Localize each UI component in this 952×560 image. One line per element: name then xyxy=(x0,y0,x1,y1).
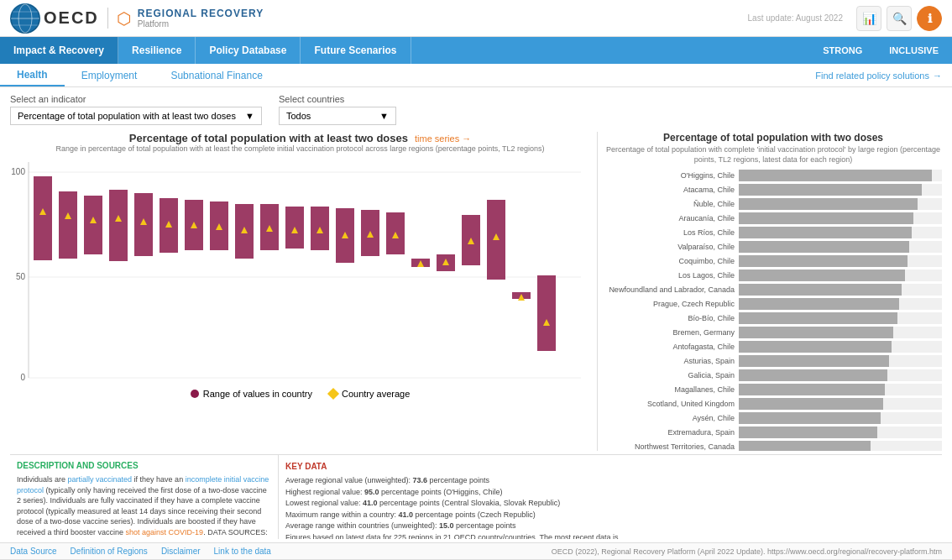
key-data-panel: KEY DATA Average regional value (unweigh… xyxy=(279,455,942,539)
description-panel: DESCRIPTION AND SOURCES Individuals are … xyxy=(10,455,279,539)
bar-label: Scotland, United Kingdom xyxy=(604,400,739,408)
countries-dropdown-arrow-icon: ▼ xyxy=(379,111,389,121)
bar-track xyxy=(739,298,942,310)
header: OECD ⬡ REGIONAL RECOVERY Platform Last u… xyxy=(0,0,952,37)
bar-label: O'Higgins, Chile xyxy=(604,171,739,180)
key-data-line-4: Average range within countries (unweight… xyxy=(285,521,935,532)
oecd-globe-icon xyxy=(10,3,40,34)
bar-row: Prague, Czech Republic xyxy=(604,298,942,310)
bar-track xyxy=(739,241,942,253)
bar-row: Ñuble, Chile xyxy=(604,198,942,210)
main-bar-chart: 100 50 0 Chile Spain D xyxy=(10,158,589,385)
oecd-text: OECD xyxy=(44,8,99,28)
bar-row: Scotland, United Kingdom xyxy=(604,398,942,410)
bar-row: Araucanía, Chile xyxy=(604,212,942,224)
svg-rect-12 xyxy=(34,176,52,260)
main-content: Select an indicator Percentage of total … xyxy=(0,87,952,542)
charts-row: Percentage of total population with at l… xyxy=(10,132,942,451)
description-title: DESCRIPTION AND SOURCES xyxy=(17,460,271,472)
footer-link-data[interactable]: Link to the data xyxy=(214,547,271,556)
bar-track xyxy=(739,398,942,410)
footer-data-source[interactable]: Data Source xyxy=(10,547,57,556)
legend-range: Range of values in country xyxy=(191,389,312,399)
chart-icon[interactable]: 📊 xyxy=(856,6,881,31)
bar-label: Valparaíso, Chile xyxy=(604,243,739,251)
nav-item-resilience[interactable]: Resilience xyxy=(118,37,196,64)
bar-row: O'Higgins, Chile xyxy=(604,170,942,181)
bar-label: Los Lagos, Chile xyxy=(604,271,739,280)
indicator-dropdown[interactable]: Percentage of total population with at l… xyxy=(10,107,262,125)
bar-row: Newfoundland and Labrador, Canada xyxy=(604,284,942,296)
selectors-row: Select an indicator Percentage of total … xyxy=(10,94,942,125)
bar-fill xyxy=(739,312,897,324)
indicator-selector-group: Select an indicator Percentage of total … xyxy=(10,94,262,125)
footer-definition[interactable]: Definition of Regions xyxy=(71,547,148,556)
indicator-label: Select an indicator xyxy=(10,94,262,104)
bar-fill xyxy=(739,427,877,438)
bar-row: Bío-Bío, Chile xyxy=(604,312,942,324)
bar-track xyxy=(739,369,942,381)
nav-inclusive[interactable]: INCLUSIVE xyxy=(876,45,952,55)
bar-track xyxy=(739,427,942,438)
key-data-title: KEY DATA xyxy=(285,460,935,473)
countries-label: Select countries xyxy=(279,94,396,104)
bar-fill xyxy=(739,270,905,281)
svg-text:0: 0 xyxy=(20,373,25,382)
bar-fill xyxy=(739,255,908,267)
sub-nav-employment[interactable]: Employment xyxy=(65,64,154,86)
bar-label: Antofagasta, Chile xyxy=(604,343,739,351)
sub-nav-subnational[interactable]: Subnational Finance xyxy=(154,64,279,86)
footer-links: Data Source Definition of Regions Discla… xyxy=(10,547,271,556)
search-icon[interactable]: 🔍 xyxy=(887,6,912,31)
bar-fill xyxy=(739,298,899,310)
bottom-panels: DESCRIPTION AND SOURCES Individuals are … xyxy=(10,454,942,539)
info-icon[interactable]: ℹ xyxy=(917,6,942,31)
time-series-link[interactable]: time series → xyxy=(415,133,471,144)
footer-disclaimer[interactable]: Disclaimer xyxy=(161,547,201,556)
regional-icon: ⬡ xyxy=(117,8,131,29)
bar-label: Atacama, Chile xyxy=(604,186,739,194)
bar-row: Los Ríos, Chile xyxy=(604,227,942,238)
bar-label: Extremadura, Spain xyxy=(604,428,739,437)
bar-label: Magallanes, Chile xyxy=(604,385,739,394)
nav-item-policy[interactable]: Policy Database xyxy=(196,37,301,64)
bar-label: Aysén, Chile xyxy=(604,414,739,422)
bar-fill xyxy=(739,184,922,196)
bar-track xyxy=(739,441,942,451)
nav-item-future[interactable]: Future Scenarios xyxy=(301,37,411,64)
bar-fill xyxy=(739,355,889,367)
bar-row: Coquimbo, Chile xyxy=(604,255,942,267)
bar-fill xyxy=(739,170,932,181)
key-data-line-2: Lowest regional value: 41.0 percentage p… xyxy=(285,498,935,510)
bar-track xyxy=(739,341,942,353)
header-icons: 📊 🔍 ℹ xyxy=(856,6,942,31)
find-solutions[interactable]: Find related policy solutions → xyxy=(815,71,952,81)
bar-track xyxy=(739,355,942,367)
bar-fill xyxy=(739,227,912,238)
bar-label: Bremen, Germany xyxy=(604,328,739,337)
bar-track xyxy=(739,198,942,210)
svg-rect-18 xyxy=(84,196,102,254)
bar-fill xyxy=(739,412,881,424)
chart-legend: Range of values in country Country avera… xyxy=(10,389,590,399)
legend-average-diamond xyxy=(327,388,339,400)
key-data-line-0: Average regional value (unweighted): 73.… xyxy=(285,475,935,487)
bar-label: Coquimbo, Chile xyxy=(604,257,739,265)
bar-row: Antofagasta, Chile xyxy=(604,341,942,353)
countries-dropdown[interactable]: Todos ▼ xyxy=(279,107,396,125)
nav-item-impact[interactable]: Impact & Recovery xyxy=(0,37,118,64)
nav-strong[interactable]: STRONG xyxy=(809,45,876,55)
bar-fill xyxy=(739,441,871,451)
bar-fill xyxy=(739,284,902,296)
bar-fill xyxy=(739,212,913,224)
last-update: Last update: August 2022 xyxy=(748,13,843,23)
bar-label: Prague, Czech Republic xyxy=(604,300,739,308)
right-chart-subtitle: Percentage of total population with comp… xyxy=(604,145,942,165)
bar-fill xyxy=(739,241,909,253)
bar-fill xyxy=(739,198,918,210)
key-data-line-3: Maximum range within a country: 41.0 per… xyxy=(285,510,935,521)
bar-label: Bío-Bío, Chile xyxy=(604,314,739,322)
bar-row: Aysén, Chile xyxy=(604,412,942,424)
sub-nav-health[interactable]: Health xyxy=(0,64,65,86)
countries-selector-group: Select countries Todos ▼ xyxy=(279,94,396,125)
